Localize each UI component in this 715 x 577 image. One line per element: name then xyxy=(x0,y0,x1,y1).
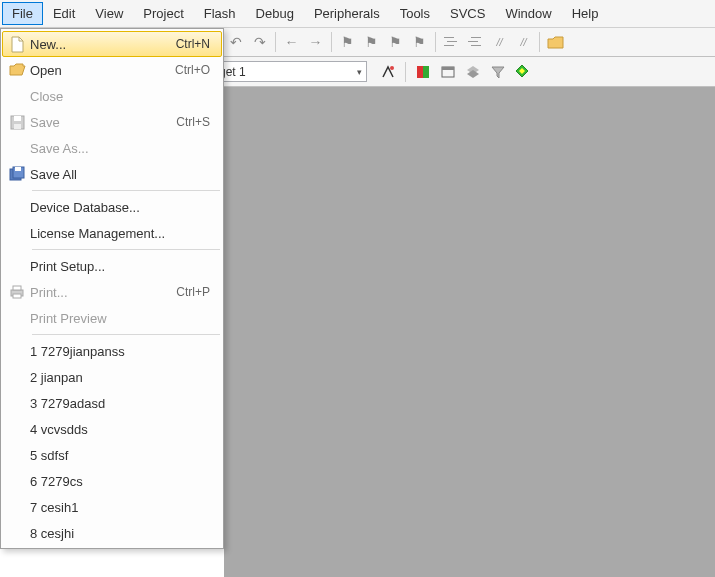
menu-item-label: 7 cesih1 xyxy=(30,500,216,515)
manage-rte-icon[interactable] xyxy=(511,61,534,83)
menu-file-open[interactable]: Open Ctrl+O xyxy=(2,57,222,83)
menu-item-label: 1 7279jianpanss xyxy=(30,344,216,359)
separator xyxy=(331,32,332,52)
svg-point-6 xyxy=(390,66,394,70)
nav-forward-icon[interactable]: → xyxy=(304,31,327,53)
menu-item-label: License Management... xyxy=(30,226,216,241)
menu-help[interactable]: Help xyxy=(562,2,609,25)
svg-rect-0 xyxy=(444,37,454,38)
menu-project[interactable]: Project xyxy=(133,2,193,25)
menu-item-label: 6 7279cs xyxy=(30,474,216,489)
file-menu-dropdown: New... Ctrl+N Open Ctrl+O Close Save Ctr… xyxy=(0,28,224,549)
bookmark-next-icon[interactable]: ⚑ xyxy=(384,31,407,53)
menu-item-label: Print... xyxy=(30,285,176,300)
bookmark-toggle-icon[interactable]: ⚑ xyxy=(336,31,359,53)
save-icon xyxy=(4,115,30,130)
menu-file-print: Print... Ctrl+P xyxy=(2,279,222,305)
menu-window[interactable]: Window xyxy=(495,2,561,25)
menubar: File Edit View Project Flash Debug Perip… xyxy=(0,0,715,28)
separator xyxy=(275,32,276,52)
menu-file-recent-6[interactable]: 6 7279cs xyxy=(2,468,222,494)
comment-icon[interactable]: // xyxy=(488,31,511,53)
menu-edit[interactable]: Edit xyxy=(43,2,85,25)
nav-back-icon[interactable]: ← xyxy=(280,31,303,53)
undo-icon[interactable]: ↶ xyxy=(224,31,247,53)
menu-item-label: Device Database... xyxy=(30,200,216,215)
svg-rect-12 xyxy=(14,116,21,121)
menu-item-label: Close xyxy=(30,89,216,104)
layers-icon[interactable] xyxy=(461,61,484,83)
options-icon[interactable] xyxy=(377,61,400,83)
menu-file-recent-7[interactable]: 7 cesih1 xyxy=(2,494,222,520)
menu-item-label: Print Setup... xyxy=(30,259,216,274)
menu-file-recent-1[interactable]: 1 7279jianpanss xyxy=(2,338,222,364)
svg-rect-7 xyxy=(417,66,423,78)
redo-icon[interactable]: ↷ xyxy=(248,31,271,53)
menu-item-label: Save As... xyxy=(30,141,216,156)
uncomment-icon[interactable]: // xyxy=(512,31,535,53)
menu-file-new[interactable]: New... Ctrl+N xyxy=(2,31,222,57)
target-select[interactable]: rget 1 ▾ xyxy=(210,61,367,82)
svg-rect-1 xyxy=(447,41,457,42)
menu-item-shortcut: Ctrl+O xyxy=(175,63,216,77)
outdent-icon[interactable] xyxy=(464,31,487,53)
menu-view[interactable]: View xyxy=(85,2,133,25)
separator xyxy=(32,190,220,191)
svg-rect-19 xyxy=(13,294,21,298)
svg-rect-10 xyxy=(442,67,454,70)
menu-debug[interactable]: Debug xyxy=(246,2,304,25)
manage-books-icon[interactable] xyxy=(436,61,459,83)
menu-file-print-preview: Print Preview xyxy=(2,305,222,331)
svg-rect-4 xyxy=(468,41,478,42)
menu-item-label: 5 sdfsf xyxy=(30,448,216,463)
svg-rect-5 xyxy=(471,45,481,46)
menu-file-close: Close xyxy=(2,83,222,109)
menu-item-label: Print Preview xyxy=(30,311,216,326)
menu-item-label: 8 cesjhi xyxy=(30,526,216,541)
bookmark-prev-icon[interactable]: ⚑ xyxy=(360,31,383,53)
menu-file-device-db[interactable]: Device Database... xyxy=(2,194,222,220)
file-extensions-icon[interactable] xyxy=(411,61,434,83)
menu-flash[interactable]: Flash xyxy=(194,2,246,25)
separator xyxy=(32,334,220,335)
menu-file-recent-5[interactable]: 5 sdfsf xyxy=(2,442,222,468)
menu-item-label: 2 jianpan xyxy=(30,370,216,385)
indent-icon[interactable] xyxy=(440,31,463,53)
menu-item-shortcut: Ctrl+S xyxy=(176,115,216,129)
print-icon xyxy=(4,285,30,299)
filter-icon[interactable] xyxy=(486,61,509,83)
file-new-icon xyxy=(4,36,30,53)
svg-rect-8 xyxy=(423,66,429,78)
menu-file-recent-8[interactable]: 8 cesjhi xyxy=(2,520,222,546)
menu-item-shortcut: Ctrl+P xyxy=(176,285,216,299)
menu-item-label: Open xyxy=(30,63,175,78)
menu-item-shortcut: Ctrl+N xyxy=(176,37,216,51)
separator xyxy=(32,249,220,250)
bookmark-clear-icon[interactable]: ⚑ xyxy=(408,31,431,53)
svg-rect-13 xyxy=(14,124,21,129)
svg-rect-16 xyxy=(15,167,21,171)
menu-file-recent-4[interactable]: 4 vcvsdds xyxy=(2,416,222,442)
menu-file-print-setup[interactable]: Print Setup... xyxy=(2,253,222,279)
menu-item-label: Save xyxy=(30,115,176,130)
menu-file-saveall[interactable]: Save All xyxy=(2,161,222,187)
menu-tools[interactable]: Tools xyxy=(390,2,440,25)
menu-file-saveas: Save As... xyxy=(2,135,222,161)
svg-rect-18 xyxy=(13,286,21,290)
separator xyxy=(405,62,406,82)
menu-file-save: Save Ctrl+S xyxy=(2,109,222,135)
svg-rect-2 xyxy=(444,45,454,46)
menu-item-label: Save All xyxy=(30,167,216,182)
menu-item-label: New... xyxy=(30,37,176,52)
menu-file[interactable]: File xyxy=(2,2,43,25)
menu-file-recent-2[interactable]: 2 jianpan xyxy=(2,364,222,390)
open-folder-icon[interactable] xyxy=(544,31,567,53)
menu-svcs[interactable]: SVCS xyxy=(440,2,495,25)
folder-open-icon xyxy=(4,63,30,77)
menu-peripherals[interactable]: Peripherals xyxy=(304,2,390,25)
svg-rect-3 xyxy=(471,37,481,38)
menu-file-recent-3[interactable]: 3 7279adasd xyxy=(2,390,222,416)
menu-item-label: 3 7279adasd xyxy=(30,396,216,411)
workspace-area xyxy=(224,87,715,577)
menu-file-license[interactable]: License Management... xyxy=(2,220,222,246)
